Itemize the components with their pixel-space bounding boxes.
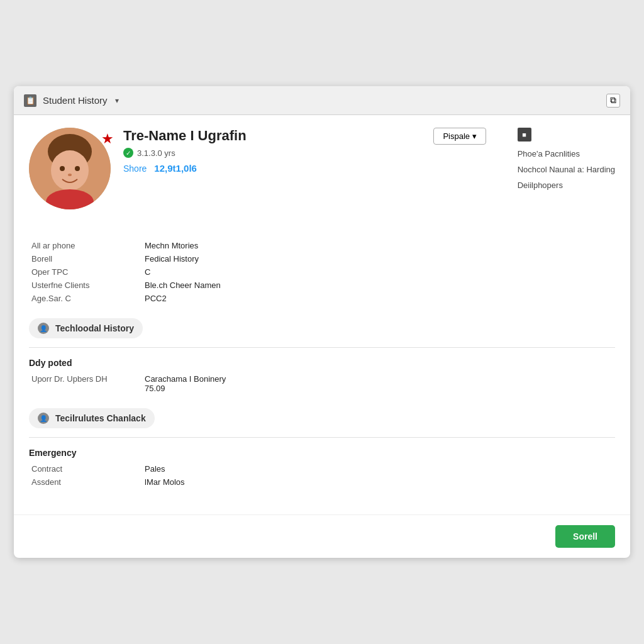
section2-header: 👤 Tecilrulutes Chanlack xyxy=(29,408,155,428)
section2-icon: 👤 xyxy=(38,413,49,424)
section1-subtitle: Ddy poted xyxy=(29,358,615,368)
section1-title: Techloodal History xyxy=(55,323,134,333)
share-button[interactable]: ⧉ xyxy=(606,94,620,108)
section1-row-value1: Carachama I Boninery xyxy=(145,374,613,384)
detail-value: C xyxy=(145,267,613,277)
section2-title: Tecilrulutes Chanlack xyxy=(55,413,146,423)
section2-grid: ContractPalesAssdentlMar Molos xyxy=(29,464,615,487)
detail-label: Age.Sar. C xyxy=(31,294,132,303)
detail-grid: All ar phoneMechn MtoriesBorellFedical H… xyxy=(29,241,615,303)
dropdown-arrow[interactable]: ▾ xyxy=(115,96,119,105)
detail-value: Mechn Mtories xyxy=(145,241,613,250)
titlebar-left: 📋 Student History ▾ xyxy=(24,94,119,107)
page-title: Student History xyxy=(43,95,108,106)
svg-point-4 xyxy=(60,166,65,171)
section1-row-label: Uporr Dr. Upbers DH xyxy=(31,374,132,393)
detail-value: Fedical History xyxy=(145,254,613,264)
star-badge: ★ xyxy=(101,131,114,147)
svg-point-6 xyxy=(68,174,72,176)
detail-value: lMar Molos xyxy=(145,477,613,487)
link2-text[interactable]: Nochcol Naunal a: Harding xyxy=(518,164,615,177)
app-icon: 📋 xyxy=(24,94,36,107)
titlebar: 📋 Student History ▾ ⧉ xyxy=(14,86,630,115)
detail-label: All ar phone xyxy=(31,241,132,250)
link-button[interactable]: ■ xyxy=(518,128,531,142)
detail-value: PCC2 xyxy=(145,294,613,303)
section1-content: Ddy poted Uporr Dr. Upbers DH Carachama … xyxy=(29,358,615,393)
link3-text[interactable]: Deiilphopers xyxy=(518,179,615,192)
svg-point-5 xyxy=(75,166,80,171)
avatar-image xyxy=(29,128,111,209)
main-window: 📋 Student History ▾ ⧉ xyxy=(14,86,630,558)
score-value: 12,9t1,0l6 xyxy=(154,163,197,174)
score-row: Shore 12,9t1,0l6 xyxy=(123,163,421,174)
svg-point-2 xyxy=(51,150,89,191)
detail-label: Oper TPC xyxy=(31,267,132,277)
grade-dot xyxy=(123,148,133,158)
section2-subtitle: Emergency xyxy=(29,448,615,458)
detail-label: Usterfne Clients xyxy=(31,280,132,290)
grade-badge: 3.1.3.0 yrs xyxy=(123,148,421,158)
content-area: ★ Tre-Name I Ugrafin 3.1.3.0 yrs Shore 1… xyxy=(14,115,630,514)
save-button[interactable]: Sorell xyxy=(555,525,615,548)
section1-grid: Uporr Dr. Upbers DH Carachama I Boninery… xyxy=(29,374,615,393)
avatar-wrapper: ★ xyxy=(29,128,111,209)
student-name: Tre-Name I Ugrafin xyxy=(123,128,421,144)
profile-info: Tre-Name I Ugrafin 3.1.3.0 yrs Shore 12,… xyxy=(123,128,421,174)
section2-divider xyxy=(29,437,615,438)
section1-row-value2: 75.09 xyxy=(145,384,613,393)
grade-text: 3.1.3.0 yrs xyxy=(137,148,175,158)
detail-label: Contract xyxy=(31,464,132,474)
section1-header: 👤 Techloodal History xyxy=(29,318,143,338)
link1-text[interactable]: Phoe'a Pacnlities xyxy=(518,148,615,161)
detail-label: Assdent xyxy=(31,477,132,487)
section1-icon: 👤 xyxy=(38,323,49,334)
detail-label: Borell xyxy=(31,254,132,264)
detail-value: Ble.ch Cheer Namen xyxy=(145,280,613,290)
section1-divider xyxy=(29,347,615,348)
section2-content: Emergency ContractPalesAssdentlMar Molos xyxy=(29,448,615,487)
profile-links: ■ Phoe'a Pacnlities Nochcol Naunal a: Ha… xyxy=(518,128,615,192)
people-button[interactable]: Pispale ▾ xyxy=(433,128,486,145)
footer: Sorell xyxy=(14,514,630,558)
score-label: Shore xyxy=(123,164,147,174)
profile-section: ★ Tre-Name I Ugrafin 3.1.3.0 yrs Shore 1… xyxy=(29,128,615,222)
avatar xyxy=(29,128,111,209)
section1-row-values: Carachama I Boninery 75.09 xyxy=(145,374,613,393)
detail-value: Pales xyxy=(145,464,613,474)
